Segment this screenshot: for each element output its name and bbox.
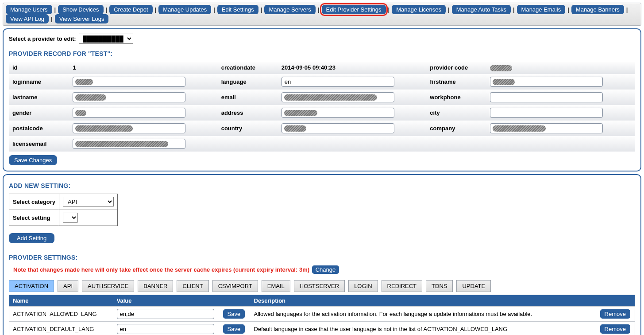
tab-authservice[interactable]: AUTHSERVICE [82,280,134,292]
nav-separator: | [153,6,159,13]
top-navigation: Manage Users|Show Devices|Create Depot|M… [3,3,641,26]
field-value-loginname [69,74,217,90]
select-setting-dropdown[interactable] [63,213,78,223]
field-label-provider-code: provider code [426,62,486,74]
setting-name: ACTIVATION_DEFAULT_LANG [9,321,113,335]
nav-view-server-logs[interactable]: View Server Logs [55,14,109,23]
field-label-postalcode: postalcode [9,121,69,136]
setting-description: Allowed languages for the activation inf… [251,306,595,321]
select-category-dropdown[interactable]: API [63,197,114,207]
settings-tabs: ACTIVATIONAPIAUTHSERVICEBANNERCLIENTCSVI… [9,280,635,292]
nav-separator: | [565,6,571,13]
field-label-lastname: lastname [9,90,69,105]
nav-separator: | [386,6,392,13]
tab-api[interactable]: API [58,280,78,292]
redacted-value [284,110,317,116]
nav-manage-servers[interactable]: Manage Servers [264,5,315,14]
redacted-value [490,65,512,71]
nav-separator: | [446,6,452,13]
field-value-workphone [486,90,635,105]
input-language[interactable] [282,77,394,87]
field-value-id: 1 [69,62,217,74]
tab-hostserver[interactable]: HOSTSERVER [294,280,345,292]
nav-manage-licenses[interactable]: Manage Licenses [392,5,446,14]
field-label-language: language [218,74,278,90]
nav-edit-settings[interactable]: Edit Settings [217,5,258,14]
nav-show-devices[interactable]: Show Devices [58,5,103,14]
field-value-creationdate: 2014-09-05 09:40:23 [278,62,426,74]
tab-banner[interactable]: BANNER [138,280,173,292]
column-header-action [595,295,635,306]
redacted-value [75,141,168,147]
redacted-value [75,94,106,101]
nav-separator: | [52,6,58,13]
field-value-licenseemail [69,136,217,152]
setting-value-input[interactable] [117,324,214,334]
select-provider-dropdown[interactable]: ██████████ [79,34,133,44]
field-value-city [486,105,635,121]
setting-description: Default language in case that the user l… [251,321,595,335]
select-setting-label: Select setting [9,210,59,226]
field-label-licenseemail: licenseemail [9,136,69,152]
tab-tdns[interactable]: TDNS [426,280,453,292]
nav-view-api-log[interactable]: View API Log [6,14,49,23]
input-gender[interactable] [73,108,185,118]
save-setting-button[interactable]: Save [223,324,245,334]
column-header-value: Value [113,295,220,306]
nav-manage-updates[interactable]: Manage Updates [158,5,211,14]
field-value-address [278,105,426,121]
redacted-value [284,94,377,101]
save-setting-button[interactable]: Save [223,309,245,319]
remove-setting-button[interactable]: Remove [600,309,630,319]
tab-csvimport[interactable]: CSVIMPORT [212,280,258,292]
nav-create-depot[interactable]: Create Depot [109,5,152,14]
add-new-setting-title: ADD NEW SETTING: [9,182,635,189]
add-setting-table: Select category API Select setting [9,194,118,226]
field-value-provider-code [486,62,635,74]
nav-manage-emails[interactable]: Manage Emails [517,5,566,14]
nav-edit-provider-settings[interactable]: Edit Provider Settings [322,5,386,14]
redacted-value [75,110,86,116]
nav-manage-users[interactable]: Manage Users [6,5,52,14]
provider-form-table: id1creationdate2014-09-05 09:40:23provid… [9,62,635,152]
nav-separator: | [316,6,322,13]
redacted-value [493,125,546,132]
select-provider-label: Select a provider to edit: [9,35,76,42]
field-label-address: address [218,105,278,121]
provider-settings-title: PROVIDER SETTINGS: [9,254,635,261]
tab-update[interactable]: UPDATE [456,280,491,292]
nav-separator: | [104,6,110,13]
redacted-value [284,125,306,132]
input-workphone[interactable] [490,92,603,102]
column-header-action [220,295,251,306]
tab-redirect[interactable]: REDIRECT [382,280,422,292]
input-city[interactable] [490,108,603,118]
save-changes-button[interactable]: Save Changes [9,155,57,165]
add-setting-button[interactable]: Add Setting [9,233,54,243]
field-value-language [278,74,426,90]
field-label-id: id [9,62,69,74]
tab-login[interactable]: LOGIN [348,280,378,292]
change-interval-button[interactable]: Change [312,265,339,274]
field-value-postalcode [69,121,217,136]
nav-manage-banners[interactable]: Manage Banners [571,5,624,14]
field-label-country: country [218,121,278,136]
field-label-workphone: workphone [426,90,486,105]
field-label-email: email [218,90,278,105]
setting-value-input[interactable] [117,309,214,319]
field-value-firstname [486,74,635,90]
provider-record-panel: Select a provider to edit: ██████████ PR… [3,28,641,171]
tab-client[interactable]: CLIENT [177,280,208,292]
column-header-description: Description [251,295,595,306]
cache-expiry-note: Note that changes made here will only ta… [13,266,309,273]
field-value-gender [69,105,217,121]
nav-manage-auto-tasks[interactable]: Manage Auto Tasks [452,5,511,14]
tab-activation[interactable]: ACTIVATION [9,280,54,292]
provider-record-title: PROVIDER RECORD FOR "TEST": [9,50,635,57]
field-label-city: city [426,105,486,121]
redacted-value [493,79,515,85]
remove-setting-button[interactable]: Remove [600,324,630,334]
tab-email[interactable]: EMAIL [262,280,290,292]
setting-name: ACTIVATION_ALLOWED_LANG [9,306,113,321]
field-label-firstname: firstname [426,74,486,90]
